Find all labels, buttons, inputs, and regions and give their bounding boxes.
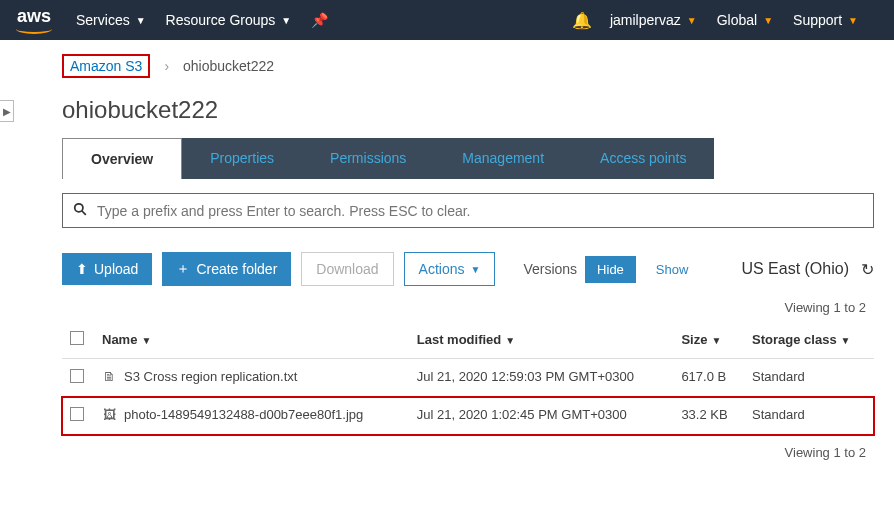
versions-show-button[interactable]: Show [644,256,701,283]
top-nav: aws Services ▼ Resource Groups ▼ 📌 🔔 jam… [0,0,894,40]
table-row[interactable]: 🖼photo-1489549132488-d00b7eee80f1.jpgJul… [62,397,874,435]
select-all-checkbox[interactable] [70,331,84,345]
breadcrumb-current: ohiobucket222 [183,58,274,74]
col-size[interactable]: Size▼ [673,321,744,359]
user-menu[interactable]: jamilpervaz ▼ [610,12,697,28]
side-expand-handle[interactable]: ▶ [0,100,14,122]
table-row[interactable]: 🗎S3 Cross region replication.txtJul 21, … [62,359,874,397]
file-text-icon: 🗎 [102,369,116,384]
versions-label: Versions [523,261,577,277]
cell-size: 617.0 B [673,359,744,397]
breadcrumb-root[interactable]: Amazon S3 [62,54,150,78]
col-last-modified-label: Last modified [417,332,502,347]
object-name[interactable]: photo-1489549132488-d00b7eee80f1.jpg [124,407,363,422]
sort-icon: ▼ [141,335,151,346]
upload-icon: ⬆ [76,261,88,277]
support-label: Support [793,12,842,28]
search-icon [73,202,87,219]
file-image-icon: 🖼 [102,407,116,422]
aws-logo[interactable]: aws [16,6,52,34]
objects-table: Name▼ Last modified▼ Size▼ Storage class… [62,321,874,435]
tabs: Overview Properties Permissions Manageme… [62,138,874,179]
region-nav-label: Global [717,12,757,28]
upload-label: Upload [94,261,138,277]
paging-bottom: Viewing 1 to 2 [62,445,874,460]
actions-menu[interactable]: Actions ▼ [404,252,496,286]
sort-icon: ▼ [711,335,721,346]
services-label: Services [76,12,130,28]
refresh-icon[interactable]: ↻ [861,260,874,279]
caret-down-icon: ▼ [136,15,146,26]
col-storage-class-label: Storage class [752,332,837,347]
page-title: ohiobucket222 [62,96,874,124]
cell-storage-class: Standard [744,397,874,435]
support-menu[interactable]: Support ▼ [793,12,858,28]
cell-storage-class: Standard [744,359,874,397]
col-size-label: Size [681,332,707,347]
search-input[interactable] [97,203,863,219]
tab-management[interactable]: Management [434,138,572,179]
breadcrumb: Amazon S3 › ohiobucket222 [0,40,894,88]
col-name-label: Name [102,332,137,347]
tab-permissions[interactable]: Permissions [302,138,434,179]
caret-down-icon: ▼ [848,15,858,26]
paging-top: Viewing 1 to 2 [62,300,874,315]
versions-hide-button[interactable]: Hide [585,256,636,283]
cell-last-modified: Jul 21, 2020 1:02:45 PM GMT+0300 [409,397,674,435]
download-label: Download [316,261,378,277]
svg-line-1 [82,211,86,215]
sort-icon: ▼ [505,335,515,346]
tab-properties[interactable]: Properties [182,138,302,179]
bell-icon[interactable]: 🔔 [572,11,592,30]
create-folder-label: Create folder [196,261,277,277]
search-bar[interactable] [62,193,874,228]
chevron-down-icon: ▼ [471,264,481,275]
row-checkbox[interactable] [70,369,84,383]
pin-icon[interactable]: 📌 [311,12,328,28]
download-button: Download [301,252,393,286]
svg-point-0 [75,204,83,212]
chevron-right-icon: › [164,58,169,74]
plus-icon: ＋ [176,260,190,278]
caret-down-icon: ▼ [687,15,697,26]
resource-groups-label: Resource Groups [166,12,276,28]
object-name[interactable]: S3 Cross region replication.txt [124,369,297,384]
col-name[interactable]: Name▼ [94,321,409,359]
col-storage-class[interactable]: Storage class▼ [744,321,874,359]
region-label: US East (Ohio) [741,260,849,278]
toolbar: ⬆ Upload ＋ Create folder Download Action… [62,252,874,286]
cell-last-modified: Jul 21, 2020 12:59:03 PM GMT+0300 [409,359,674,397]
services-menu[interactable]: Services ▼ [76,12,146,28]
tab-overview[interactable]: Overview [62,138,182,179]
sort-icon: ▼ [841,335,851,346]
caret-down-icon: ▼ [281,15,291,26]
user-label: jamilpervaz [610,12,681,28]
aws-smile-icon [16,24,52,34]
region-menu[interactable]: Global ▼ [717,12,773,28]
caret-down-icon: ▼ [763,15,773,26]
col-last-modified[interactable]: Last modified▼ [409,321,674,359]
tab-access-points[interactable]: Access points [572,138,714,179]
create-folder-button[interactable]: ＋ Create folder [162,252,291,286]
cell-size: 33.2 KB [673,397,744,435]
row-checkbox[interactable] [70,407,84,421]
actions-label: Actions [419,261,465,277]
resource-groups-menu[interactable]: Resource Groups ▼ [166,12,292,28]
upload-button[interactable]: ⬆ Upload [62,253,152,285]
